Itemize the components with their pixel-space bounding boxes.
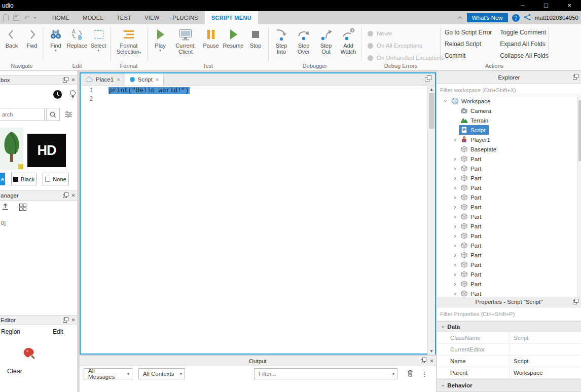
tree-item-content[interactable]: Part — [459, 269, 485, 279]
contexts-filter-dropdown[interactable]: All Contexts ▾ — [138, 368, 185, 379]
clear-tool-label[interactable]: Clear — [7, 368, 22, 375]
reload-script-button[interactable]: Reload Script — [441, 38, 496, 50]
output-filter-input[interactable] — [259, 371, 387, 377]
expander-icon[interactable]: › — [451, 204, 459, 210]
suggestion-bulb-icon[interactable] — [69, 90, 76, 101]
commit-button[interactable]: Commit — [441, 50, 496, 61]
find-button[interactable]: Find ▾ — [45, 27, 66, 62]
tree-item-part[interactable]: ›Part — [437, 202, 581, 212]
float-panel-icon[interactable] — [421, 358, 426, 364]
property-value[interactable]: Script — [509, 332, 581, 343]
property-value[interactable]: Workspace — [509, 367, 581, 378]
grid-view-icon[interactable] — [19, 203, 27, 213]
tree-item-content[interactable]: Part — [459, 212, 485, 221]
resume-button[interactable]: Resume — [222, 27, 244, 62]
expander-icon[interactable]: › — [451, 136, 459, 143]
tree-item-part[interactable]: ›Part — [437, 269, 581, 279]
tab-script-menu[interactable]: SCRIPT MENU — [205, 11, 258, 24]
back-button[interactable]: Back — [2, 27, 22, 62]
float-panel-icon[interactable] — [63, 77, 68, 84]
toolbox-hd-thumbnail[interactable]: HD — [27, 134, 66, 167]
tab-script[interactable]: Script × — [125, 73, 164, 86]
empty-code-line[interactable] — [108, 96, 435, 104]
tree-item-content[interactable]: Part — [459, 260, 485, 269]
tree-item-content[interactable]: Part — [459, 221, 485, 231]
minimize-button[interactable]: – — [511, 0, 534, 11]
float-panel-icon[interactable] — [573, 299, 578, 305]
tree-item-part[interactable]: ›Part — [437, 279, 581, 289]
upload-icon[interactable] — [2, 203, 9, 212]
code-lines[interactable]: print("Hello world!") — [108, 86, 435, 355]
close-panel-icon[interactable]: × — [71, 317, 75, 323]
expander-icon[interactable]: › — [451, 261, 459, 268]
select-dropdown-icon[interactable]: ▾ — [97, 49, 99, 52]
tree-item-content[interactable]: Part — [459, 183, 485, 192]
tab-view[interactable]: VIEW — [138, 11, 166, 24]
side-tab[interactable]: e — [0, 173, 5, 185]
property-value[interactable] — [509, 344, 581, 355]
tab-home[interactable]: HOME — [46, 11, 76, 24]
close-panel-icon[interactable]: × — [71, 77, 75, 83]
tree-item-content[interactable]: Part — [459, 164, 485, 173]
go-to-script-error-button[interactable]: Go to Script Error — [441, 26, 496, 38]
select-button[interactable]: Select ▾ — [88, 27, 109, 62]
close-button[interactable]: × — [558, 0, 581, 11]
terrain-edit-tab[interactable]: Edit — [53, 328, 63, 335]
tree-item-terrain[interactable]: Terrain — [437, 115, 581, 125]
clear-output-trash-icon[interactable] — [407, 369, 414, 379]
tree-item-part[interactable]: ›Part — [437, 241, 581, 250]
tree-item-content[interactable]: Part — [459, 192, 485, 202]
float-panel-icon[interactable] — [63, 317, 68, 324]
tab-place1[interactable]: Place1 × — [81, 73, 125, 86]
expander-icon[interactable]: › — [451, 184, 459, 191]
toolbox-search-button[interactable] — [46, 108, 60, 121]
current-client-button[interactable]: Current:Client — [171, 27, 200, 62]
toggle-comment-button[interactable]: Toggle Comment — [496, 26, 552, 38]
expander-icon[interactable]: › — [451, 271, 459, 278]
collapse-ribbon-icon[interactable] — [457, 14, 463, 21]
tree-item-part[interactable]: ›Part — [437, 221, 581, 231]
tree-item-part[interactable]: ›Part — [437, 154, 581, 164]
messages-filter-dropdown[interactable]: All Messages ▾ — [84, 368, 132, 379]
close-panel-icon[interactable]: × — [430, 358, 433, 364]
replace-button[interactable]: AB Replace — [66, 27, 88, 62]
scrollbar-thumb[interactable] — [578, 100, 581, 161]
properties-filter-input[interactable] — [437, 307, 581, 321]
expander-icon[interactable]: › — [451, 281, 459, 287]
add-watch-button[interactable]: AddWatch — [337, 27, 359, 62]
quick-access-dropdown-icon[interactable]: ▾ — [34, 16, 36, 20]
tree-item-part[interactable]: ›Part — [437, 164, 581, 173]
step-out-button[interactable]: StepOut — [315, 27, 337, 62]
tree-item-content[interactable]: Part — [459, 289, 485, 297]
tree-item-content[interactable]: Baseplate — [459, 144, 500, 154]
share-icon[interactable] — [524, 14, 531, 22]
close-tab-icon[interactable]: × — [117, 77, 120, 83]
tree-item-part[interactable]: ›Part — [437, 212, 581, 221]
expander-icon[interactable]: › — [451, 232, 459, 239]
tab-model[interactable]: MODEL — [76, 11, 110, 24]
expander-icon[interactable]: › — [451, 290, 459, 297]
expander-icon[interactable]: › — [451, 213, 459, 220]
tree-item-workspace[interactable]: ›Workspace — [437, 96, 581, 106]
help-icon[interactable]: ? — [512, 14, 520, 22]
tree-item-content[interactable]: Part — [459, 173, 485, 183]
collapse-all-folds-button[interactable]: Collapse All Folds — [496, 50, 552, 61]
debug-errors-option-all-exceptions[interactable]: On All Exceptions — [368, 41, 440, 51]
tree-item-script[interactable]: Script — [437, 125, 581, 135]
scrollbar-thumb[interactable] — [429, 93, 434, 129]
tree-item-content[interactable]: Player1 — [459, 135, 494, 144]
tree-item-player1[interactable]: ›Player1 — [437, 135, 581, 144]
debug-errors-option-unhandled-exceptions[interactable]: On Unhandled Exceptions — [368, 53, 440, 63]
tree-item-content[interactable]: Workspace — [450, 96, 494, 106]
tree-item-content[interactable]: Camera — [459, 106, 495, 115]
maximize-button[interactable]: □ — [534, 0, 558, 11]
toolbox-search-input[interactable] — [0, 108, 45, 121]
close-tab-icon[interactable]: × — [156, 77, 159, 83]
expander-icon[interactable]: › — [451, 252, 459, 258]
find-dropdown-icon[interactable]: ▾ — [55, 49, 57, 52]
toolbox-filter-icon[interactable] — [64, 111, 72, 120]
float-editor-icon[interactable] — [425, 75, 431, 84]
explorer-scrollbar[interactable] — [577, 96, 581, 297]
expander-icon[interactable]: › — [451, 165, 459, 172]
close-panel-icon[interactable]: × — [71, 192, 75, 199]
